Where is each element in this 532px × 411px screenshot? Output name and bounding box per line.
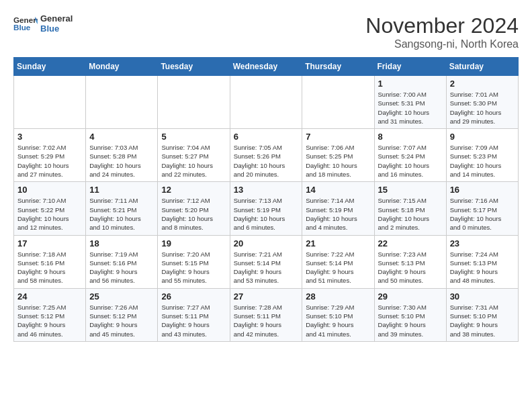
calendar-cell: 17Sunrise: 7:18 AM Sunset: 5:16 PM Dayli… [14,235,86,288]
day-info: Sunrise: 7:05 AM Sunset: 5:26 PM Dayligh… [234,143,299,179]
day-info: Sunrise: 7:13 AM Sunset: 5:19 PM Dayligh… [234,196,299,232]
header-monday: Monday [86,58,158,76]
page: General Blue General Blue November 2024 … [0,0,532,349]
calendar-cell: 15Sunrise: 7:15 AM Sunset: 5:18 PM Dayli… [374,182,446,235]
title-block: November 2024 Sangsong-ni, North Korea [365,13,519,50]
day-number: 2 [450,79,515,89]
calendar-cell: 2Sunrise: 7:01 AM Sunset: 5:30 PM Daylig… [446,76,518,129]
calendar-cell: 25Sunrise: 7:26 AM Sunset: 5:12 PM Dayli… [86,288,158,341]
day-number: 14 [306,185,370,195]
day-info: Sunrise: 7:06 AM Sunset: 5:25 PM Dayligh… [306,143,370,179]
day-number: 21 [306,238,370,248]
day-info: Sunrise: 7:23 AM Sunset: 5:13 PM Dayligh… [378,250,443,285]
day-info: Sunrise: 7:12 AM Sunset: 5:20 PM Dayligh… [161,196,226,232]
calendar-cell [158,76,230,129]
calendar: SundayMondayTuesdayWednesdayThursdayFrid… [13,57,519,342]
calendar-cell: 30Sunrise: 7:31 AM Sunset: 5:10 PM Dayli… [446,288,518,341]
day-info: Sunrise: 7:24 AM Sunset: 5:13 PM Dayligh… [450,250,515,285]
calendar-cell: 21Sunrise: 7:22 AM Sunset: 5:14 PM Dayli… [302,235,374,288]
day-info: Sunrise: 7:07 AM Sunset: 5:24 PM Dayligh… [378,143,443,179]
day-info: Sunrise: 7:28 AM Sunset: 5:11 PM Dayligh… [234,303,299,338]
calendar-cell [14,76,86,129]
logo-icon: General Blue [13,14,38,33]
day-number: 17 [17,238,82,248]
day-number: 8 [378,132,443,142]
header-sunday: Sunday [14,58,86,76]
day-number: 4 [89,132,154,142]
day-info: Sunrise: 7:18 AM Sunset: 5:16 PM Dayligh… [17,250,82,285]
day-number: 15 [378,185,443,195]
day-number: 18 [89,238,154,248]
day-number: 11 [89,185,154,195]
svg-text:Blue: Blue [13,23,31,32]
header-tuesday: Tuesday [158,58,230,76]
location: Sangsong-ni, North Korea [365,38,519,50]
header-saturday: Saturday [446,58,518,76]
logo-line1: General [40,13,73,24]
day-info: Sunrise: 7:26 AM Sunset: 5:12 PM Dayligh… [89,303,154,338]
day-info: Sunrise: 7:03 AM Sunset: 5:28 PM Dayligh… [89,143,154,179]
day-info: Sunrise: 7:15 AM Sunset: 5:18 PM Dayligh… [378,196,443,232]
calendar-cell [86,76,158,129]
day-number: 3 [17,132,82,142]
calendar-cell: 16Sunrise: 7:16 AM Sunset: 5:17 PM Dayli… [446,182,518,235]
calendar-cell: 5Sunrise: 7:04 AM Sunset: 5:27 PM Daylig… [158,129,230,182]
calendar-cell: 18Sunrise: 7:19 AM Sunset: 5:16 PM Dayli… [86,235,158,288]
calendar-cell: 29Sunrise: 7:30 AM Sunset: 5:10 PM Dayli… [374,288,446,341]
day-number: 28 [306,291,370,302]
calendar-cell: 6Sunrise: 7:05 AM Sunset: 5:26 PM Daylig… [230,129,302,182]
calendar-cell: 3Sunrise: 7:02 AM Sunset: 5:29 PM Daylig… [14,129,86,182]
header-friday: Friday [374,58,446,76]
calendar-cell: 28Sunrise: 7:29 AM Sunset: 5:10 PM Dayli… [302,288,374,341]
calendar-cell: 9Sunrise: 7:09 AM Sunset: 5:23 PM Daylig… [446,129,518,182]
calendar-cell: 20Sunrise: 7:21 AM Sunset: 5:14 PM Dayli… [230,235,302,288]
day-number: 22 [378,238,443,248]
day-number: 29 [378,291,443,302]
day-number: 20 [234,238,299,248]
header: General Blue General Blue November 2024 … [13,13,519,50]
day-info: Sunrise: 7:21 AM Sunset: 5:14 PM Dayligh… [234,250,299,285]
day-number: 5 [161,132,226,142]
day-info: Sunrise: 7:10 AM Sunset: 5:22 PM Dayligh… [17,196,82,232]
day-number: 30 [450,291,515,302]
logo: General Blue General Blue [13,13,73,34]
day-number: 10 [17,185,82,195]
day-number: 13 [234,185,299,195]
day-info: Sunrise: 7:22 AM Sunset: 5:14 PM Dayligh… [306,250,370,285]
calendar-cell: 24Sunrise: 7:25 AM Sunset: 5:12 PM Dayli… [14,288,86,341]
day-info: Sunrise: 7:01 AM Sunset: 5:30 PM Dayligh… [450,90,515,126]
calendar-cell: 22Sunrise: 7:23 AM Sunset: 5:13 PM Dayli… [374,235,446,288]
day-info: Sunrise: 7:09 AM Sunset: 5:23 PM Dayligh… [450,143,515,179]
calendar-cell: 10Sunrise: 7:10 AM Sunset: 5:22 PM Dayli… [14,182,86,235]
day-number: 27 [234,291,299,302]
header-thursday: Thursday [302,58,374,76]
day-info: Sunrise: 7:11 AM Sunset: 5:21 PM Dayligh… [89,196,154,232]
day-number: 12 [161,185,226,195]
calendar-cell: 19Sunrise: 7:20 AM Sunset: 5:15 PM Dayli… [158,235,230,288]
day-info: Sunrise: 7:25 AM Sunset: 5:12 PM Dayligh… [17,303,82,338]
calendar-cell: 13Sunrise: 7:13 AM Sunset: 5:19 PM Dayli… [230,182,302,235]
day-info: Sunrise: 7:04 AM Sunset: 5:27 PM Dayligh… [161,143,226,179]
calendar-week-2: 10Sunrise: 7:10 AM Sunset: 5:22 PM Dayli… [14,182,519,235]
day-number: 24 [17,291,82,302]
day-number: 26 [161,291,226,302]
day-info: Sunrise: 7:31 AM Sunset: 5:10 PM Dayligh… [450,303,515,338]
day-info: Sunrise: 7:02 AM Sunset: 5:29 PM Dayligh… [17,143,82,179]
day-number: 1 [378,79,443,89]
calendar-cell: 12Sunrise: 7:12 AM Sunset: 5:20 PM Dayli… [158,182,230,235]
day-number: 19 [161,238,226,248]
day-number: 9 [450,132,515,142]
calendar-cell: 7Sunrise: 7:06 AM Sunset: 5:25 PM Daylig… [302,129,374,182]
calendar-cell: 14Sunrise: 7:14 AM Sunset: 5:19 PM Dayli… [302,182,374,235]
day-info: Sunrise: 7:19 AM Sunset: 5:16 PM Dayligh… [89,250,154,285]
calendar-week-4: 24Sunrise: 7:25 AM Sunset: 5:12 PM Dayli… [14,288,519,341]
calendar-cell: 26Sunrise: 7:27 AM Sunset: 5:11 PM Dayli… [158,288,230,341]
day-info: Sunrise: 7:14 AM Sunset: 5:19 PM Dayligh… [306,196,370,232]
calendar-cell: 11Sunrise: 7:11 AM Sunset: 5:21 PM Dayli… [86,182,158,235]
calendar-cell [230,76,302,129]
day-info: Sunrise: 7:20 AM Sunset: 5:15 PM Dayligh… [161,250,226,285]
day-info: Sunrise: 7:00 AM Sunset: 5:31 PM Dayligh… [378,90,443,126]
header-wednesday: Wednesday [230,58,302,76]
calendar-cell: 23Sunrise: 7:24 AM Sunset: 5:13 PM Dayli… [446,235,518,288]
calendar-week-3: 17Sunrise: 7:18 AM Sunset: 5:16 PM Dayli… [14,235,519,288]
